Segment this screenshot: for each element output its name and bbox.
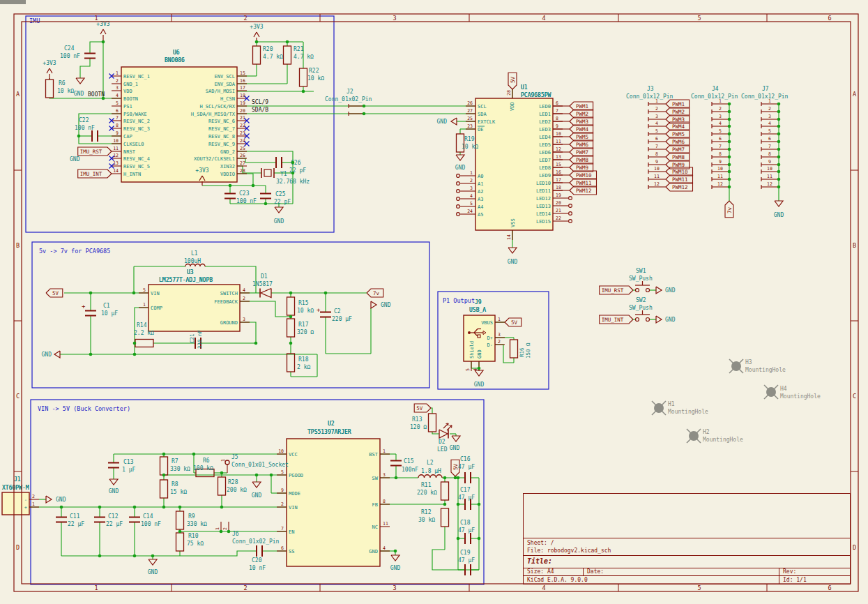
resistor-R18[interactable] xyxy=(287,354,295,372)
pin-name: RESV_NC_7 xyxy=(208,126,235,132)
text-label: 100 nF xyxy=(236,198,257,204)
gnd-symbol[interactable] xyxy=(109,479,118,485)
pin-name: LED7 xyxy=(539,158,551,163)
wire[interactable] xyxy=(90,42,103,53)
ic-J1[interactable] xyxy=(2,492,29,515)
gnd-symbol[interactable] xyxy=(451,118,457,125)
wire[interactable] xyxy=(240,301,291,317)
power-3v3[interactable] xyxy=(50,68,52,73)
resistor-R12[interactable] xyxy=(441,508,449,527)
text-label: U6 xyxy=(173,50,180,56)
resistor-R10[interactable] xyxy=(176,533,184,551)
gnd-symbol[interactable] xyxy=(46,496,52,503)
pin-name: A3 xyxy=(478,197,483,202)
inductor-L2[interactable] xyxy=(418,475,442,478)
text-label: 120 Ω xyxy=(410,424,427,430)
pin-number: 8 xyxy=(556,116,558,121)
resistor-R9[interactable] xyxy=(176,511,184,529)
switch-SW2[interactable] xyxy=(636,318,639,322)
gnd-label: GND xyxy=(381,302,391,308)
junction-dot xyxy=(478,367,481,370)
section-label: VIN -> 5V (Buck Converter) xyxy=(38,405,130,412)
power-3v3[interactable] xyxy=(254,32,257,37)
sheet-id: Id: 1/1 xyxy=(779,576,850,584)
junction-dot xyxy=(777,178,781,181)
wire[interactable] xyxy=(50,98,121,98)
text-label: H3 xyxy=(745,359,752,365)
gnd-symbol[interactable] xyxy=(275,207,283,213)
gnd-symbol[interactable] xyxy=(76,78,84,84)
gnd-symbol[interactable] xyxy=(54,351,60,358)
pin-number: 3 xyxy=(768,114,771,119)
wire[interactable] xyxy=(237,174,253,186)
pin-name: GND_1 xyxy=(123,82,138,87)
power-3v3[interactable] xyxy=(103,29,106,34)
gnd-symbol[interactable] xyxy=(371,301,376,308)
wire[interactable] xyxy=(495,345,514,363)
global-label-text: PWM10 xyxy=(672,169,688,175)
gnd-symbol[interactable] xyxy=(656,287,662,294)
pin-name: EXTCLK xyxy=(478,119,496,125)
resistor-R14[interactable] xyxy=(135,340,153,347)
text-label: SW1 xyxy=(636,268,646,274)
resistor-R28[interactable] xyxy=(218,477,226,495)
pin-name: H_SDA/H_MISO/TX xyxy=(191,112,236,117)
resistor-R15[interactable] xyxy=(287,297,295,315)
switch-SW2[interactable] xyxy=(646,318,650,322)
crystal-Y1[interactable] xyxy=(264,169,271,176)
resistor-R20[interactable] xyxy=(253,46,261,64)
wire[interactable] xyxy=(240,322,256,343)
resistor-R11[interactable] xyxy=(441,482,449,500)
wire[interactable] xyxy=(80,59,90,78)
led-arrow xyxy=(443,423,448,428)
pin-number: 14 xyxy=(506,234,512,240)
gnd-symbol[interactable] xyxy=(775,201,783,206)
power-3v3[interactable] xyxy=(100,29,103,34)
resistor-R17[interactable] xyxy=(287,319,295,337)
power-3v3[interactable] xyxy=(47,68,50,73)
wire[interactable] xyxy=(431,408,432,414)
text-label: Conn_01x02_Pin xyxy=(232,538,280,545)
gnd-symbol[interactable] xyxy=(452,436,460,441)
diode-D1[interactable] xyxy=(261,289,271,298)
text-label: Y1 xyxy=(280,171,287,177)
pin-number: 3 xyxy=(470,186,473,191)
gnd-symbol[interactable] xyxy=(456,155,464,160)
grid-ref-row: B xyxy=(853,242,856,249)
led-D2[interactable] xyxy=(439,430,448,438)
resistor-R8[interactable] xyxy=(160,480,168,498)
resistor-R21[interactable] xyxy=(284,46,291,64)
resistor-R22[interactable] xyxy=(300,68,307,86)
pin-number: 8 xyxy=(116,123,119,128)
pin-name: GND_2 xyxy=(220,149,235,155)
gnd-symbol[interactable] xyxy=(252,482,261,488)
inductor-L1[interactable] xyxy=(185,264,205,267)
text-label: R14 xyxy=(137,322,147,329)
resistor-R13[interactable] xyxy=(429,414,436,432)
power-3v3[interactable] xyxy=(257,32,259,37)
gnd-symbol[interactable] xyxy=(391,555,399,561)
resistor-R6[interactable] xyxy=(46,80,54,98)
pin-number: 12 xyxy=(113,153,119,158)
ic-U2[interactable] xyxy=(287,439,380,566)
gnd-symbol[interactable] xyxy=(656,316,662,323)
pin-number: 1 xyxy=(32,501,35,507)
wire[interactable] xyxy=(180,551,257,556)
resistor-R7[interactable] xyxy=(160,457,168,475)
junction-dot xyxy=(89,353,93,356)
gnd-label: GND xyxy=(774,212,784,218)
gnd-symbol[interactable] xyxy=(149,559,157,565)
switch-SW1[interactable] xyxy=(636,289,639,292)
text-label: R8 xyxy=(172,481,178,488)
pin-name: LED5 xyxy=(539,142,551,148)
switch-SW1[interactable] xyxy=(646,289,650,292)
text-label: 4.7 kΩ xyxy=(294,54,314,60)
gnd-symbol[interactable] xyxy=(508,248,517,253)
pin-name: CAP xyxy=(123,134,132,139)
pin-number: 12 xyxy=(717,181,723,187)
title-block-notes xyxy=(524,494,850,538)
resistor-R16[interactable] xyxy=(510,340,518,358)
pin-name: RESV_NC_6 xyxy=(208,119,235,124)
pin-name: D+ xyxy=(487,335,493,341)
pin-number: 5 xyxy=(719,128,722,134)
